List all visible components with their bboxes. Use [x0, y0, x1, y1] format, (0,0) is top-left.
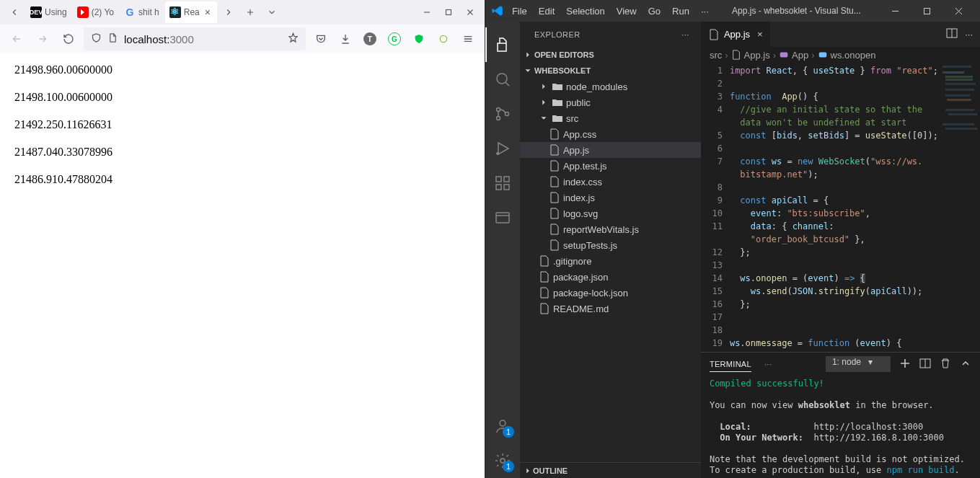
file-package-lock[interactable]: package-lock.json — [520, 285, 701, 301]
tab-label: shit h — [138, 7, 159, 17]
file-logo-svg[interactable]: logo.svg — [520, 205, 701, 221]
menu-edit[interactable]: Edit — [534, 3, 560, 19]
ext-icon-ghost[interactable] — [433, 28, 454, 50]
browser-tab[interactable]: (2) Yo — [73, 1, 118, 23]
panel-more-icon[interactable]: ··· — [764, 357, 772, 371]
split-terminal-icon[interactable] — [919, 358, 931, 371]
browser-tab-active[interactable]: Rea× — [165, 1, 217, 23]
list-tabs-icon[interactable] — [262, 2, 282, 22]
editor-tab-active[interactable]: App.js × — [701, 22, 771, 47]
file-app-js[interactable]: App.js — [520, 142, 701, 158]
file-package-json[interactable]: package.json — [520, 269, 701, 285]
browser-tab[interactable]: Gshit h — [120, 1, 164, 23]
file-app-css[interactable]: App.css — [520, 126, 701, 142]
folder-src[interactable]: src — [520, 110, 701, 126]
new-tab-icon[interactable] — [240, 2, 260, 22]
activity-settings-icon[interactable]: 1 — [485, 443, 520, 478]
file-readme[interactable]: README.md — [520, 301, 701, 317]
maximize-panel-icon[interactable] — [960, 358, 971, 371]
svg-rect-0 — [446, 10, 451, 15]
menu-file[interactable]: File — [507, 3, 532, 19]
activity-debug-icon[interactable] — [485, 131, 520, 166]
menu-go[interactable]: Go — [643, 3, 666, 19]
favicon-react — [169, 6, 181, 18]
activity-search-icon[interactable] — [485, 62, 520, 97]
win-close-icon[interactable] — [943, 0, 974, 22]
panel-tabs: TERMINAL ··· 1: node ▾ — [701, 353, 980, 376]
split-editor-icon[interactable] — [946, 27, 958, 41]
file-index-css[interactable]: index.css — [520, 174, 701, 190]
url-text: localhost:3000 — [124, 33, 282, 45]
menubar: File Edit Selection View Go Run ··· — [507, 3, 714, 19]
vscode-logo-icon — [491, 4, 504, 17]
url-box[interactable]: localhost:3000 — [84, 27, 306, 50]
reload-icon[interactable] — [58, 28, 79, 50]
browser-tab[interactable]: DEVUsing — [26, 1, 71, 23]
nav-forward-icon[interactable] — [32, 28, 53, 50]
favicon-google: G — [124, 6, 136, 18]
minimap[interactable] — [938, 63, 980, 352]
ext-icon-g[interactable]: G — [384, 28, 405, 50]
ext-icon-t[interactable]: T — [359, 28, 381, 50]
menu-more-icon[interactable]: ··· — [696, 3, 714, 19]
download-icon[interactable] — [335, 28, 356, 50]
win-min-icon[interactable] — [879, 0, 911, 22]
file-setup-tests[interactable]: setupTests.js — [520, 237, 701, 253]
more-icon[interactable]: ··· — [681, 30, 689, 39]
file-app-test[interactable]: App.test.js — [520, 158, 701, 174]
activity-account-icon[interactable]: 1 — [485, 409, 520, 443]
win-max-icon[interactable] — [911, 0, 943, 22]
bookmark-icon[interactable] — [288, 32, 299, 45]
window-min-icon[interactable] — [417, 2, 437, 22]
terminal-output[interactable]: Compiled successfully! You can now view … — [701, 376, 980, 478]
window-close-icon[interactable] — [460, 2, 480, 22]
folder-node-modules[interactable]: node_modules — [520, 79, 701, 94]
activity-explorer-icon[interactable] — [485, 27, 520, 62]
svg-rect-8 — [496, 177, 501, 182]
close-tab-icon[interactable]: × — [203, 7, 213, 17]
menu-selection[interactable]: Selection — [561, 3, 609, 19]
menu-run[interactable]: Run — [667, 3, 694, 19]
activity-bar: 1 1 — [485, 22, 520, 478]
tab-label: (2) Yo — [92, 7, 114, 17]
browser-window: DEVUsing (2) Yo Gshit h Rea× localhost:3… — [0, 0, 485, 478]
shield-icon — [91, 32, 102, 45]
open-editors-section[interactable]: OPEN EDITORS — [520, 47, 701, 63]
folder-public[interactable]: public — [520, 94, 701, 110]
file-gitignore[interactable]: .gitignore — [520, 253, 701, 269]
file-report-web-vitals[interactable]: reportWebVitals.js — [520, 221, 701, 237]
tab-back-icon[interactable] — [4, 2, 25, 22]
explorer-label: EXPLORER — [534, 30, 581, 39]
data-row: 21498.960.00600000 — [14, 63, 470, 76]
activity-docker-icon[interactable] — [485, 200, 520, 235]
svg-point-7 — [496, 152, 499, 155]
code-content[interactable]: import React, { useState } from "react";… — [730, 63, 938, 352]
breadcrumb[interactable]: src› App.js› App› ws.onopen — [701, 47, 980, 63]
menu-view[interactable]: View — [612, 3, 642, 19]
editor-area[interactable]: 1234 567 891011 121314151617181920212223… — [701, 63, 980, 352]
activity-extensions-icon[interactable] — [485, 166, 520, 200]
new-terminal-icon[interactable] — [899, 358, 911, 371]
kill-terminal-icon[interactable] — [940, 358, 951, 371]
project-section[interactable]: WHEBSOKLET — [520, 63, 701, 79]
pocket-icon[interactable] — [310, 28, 332, 50]
ext-icon-shield[interactable] — [408, 28, 430, 50]
panel-tab-terminal[interactable]: TERMINAL — [710, 357, 751, 372]
tab-forward-icon[interactable] — [218, 2, 239, 22]
svg-point-3 — [497, 74, 507, 84]
tab-label: Using — [45, 7, 67, 17]
editor-more-icon[interactable]: ··· — [965, 29, 973, 40]
outline-section[interactable]: OUTLINE — [520, 462, 701, 478]
editor-tabs: App.js × ··· — [701, 22, 980, 47]
window-max-icon[interactable] — [438, 2, 459, 22]
file-index-js[interactable]: index.js — [520, 190, 701, 205]
menu-icon[interactable] — [457, 28, 479, 50]
sidebar: EXPLORER ··· OPEN EDITORS WHEBSOKLET nod… — [520, 22, 701, 478]
nav-back-icon[interactable] — [6, 28, 27, 50]
svg-point-4 — [496, 108, 500, 112]
badge: 1 — [503, 461, 514, 472]
activity-scm-icon[interactable] — [485, 97, 520, 131]
close-editor-icon[interactable]: × — [757, 29, 763, 40]
svg-rect-12 — [496, 213, 509, 223]
terminal-select[interactable]: 1: node ▾ — [826, 356, 891, 372]
